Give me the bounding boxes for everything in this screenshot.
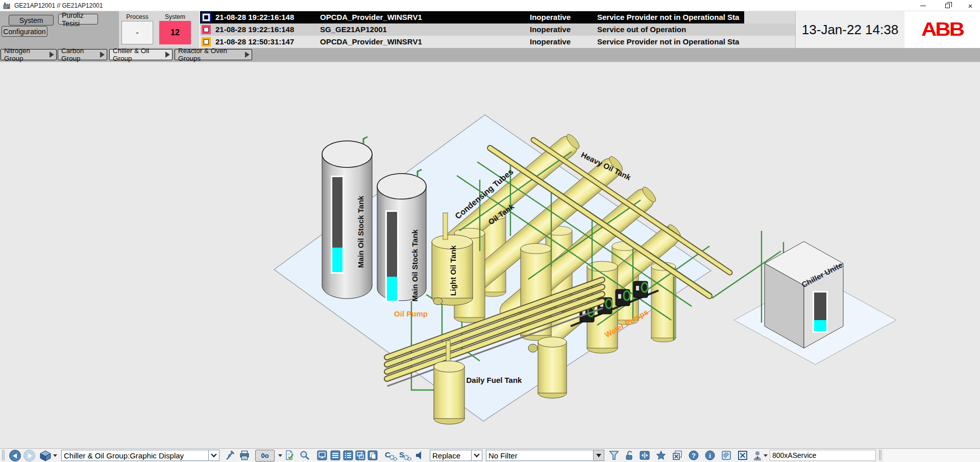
gear-c-icon[interactable]: C (384, 450, 397, 461)
alarm-priority-marker (202, 25, 211, 34)
main-oil-stock-tank-1-label: Main Oil Stock Tank (356, 196, 365, 268)
display-swap-icon[interactable] (355, 450, 366, 461)
alarm-list-icon[interactable] (330, 450, 341, 461)
alarm-state: Inoperative (530, 36, 571, 48)
display-selector[interactable]: Chiller & Oil Group:Graphic Display (61, 450, 219, 461)
pump-unit (616, 289, 630, 306)
zoom-mode-button[interactable]: 0o (255, 450, 275, 461)
tank-level-gauge (331, 176, 344, 274)
close-icon: × (968, 2, 973, 10)
filter-selector[interactable]: No Filter (486, 450, 604, 461)
tab-label: Chiller & Oil Group (113, 47, 161, 62)
alarm-message: Service out of Operation (597, 23, 686, 36)
alarm-row[interactable]: 21-08-28 12:50:31:147 OPCDA_Provider_WIN… (200, 36, 795, 48)
filter-selector-dropdown-icon[interactable] (593, 450, 604, 460)
help-icon[interactable]: ? (688, 450, 699, 461)
info-icon[interactable]: i (704, 450, 716, 461)
minimize-icon (920, 6, 926, 6)
forward-icon (28, 453, 32, 458)
alarm-ack-box (204, 27, 209, 32)
abb-logo: ABB (921, 19, 963, 40)
brand-panel: ABB (904, 11, 980, 48)
tab-chiller-oil-group[interactable]: Chiller & Oil Group (109, 49, 173, 60)
mode-selector-dropdown-icon[interactable] (471, 450, 482, 460)
unlock-icon[interactable] (624, 450, 635, 461)
close-x-icon[interactable] (737, 450, 748, 461)
process-counter-value[interactable]: - (121, 21, 153, 44)
toolbar-grip[interactable] (879, 450, 881, 460)
gear-s-icon[interactable]: S (398, 450, 411, 461)
title-bar: GE21AP12001 // GE21AP12001 × (0, 0, 980, 11)
audio-icon[interactable] (414, 450, 426, 461)
notes-icon[interactable] (721, 450, 732, 461)
datetime-display: 13-Jan-22 14:38 (795, 11, 904, 48)
alarm-source: OPCDA_Provider_WINSRV1 (320, 36, 422, 48)
close-button[interactable]: × (961, 0, 980, 11)
tab-arrow-icon (165, 52, 170, 58)
alarm-display-icon[interactable] (316, 450, 328, 461)
alarm-message: Service Provider not in Operational Sta (597, 36, 739, 48)
close-display-icon[interactable] (672, 450, 683, 461)
user-dropdown-icon[interactable] (764, 454, 768, 457)
find-icon[interactable] (299, 450, 310, 461)
display-selector-dropdown-icon[interactable] (208, 450, 219, 460)
main-oil-stock-tank-2[interactable]: Main Oil Stock Tank (377, 169, 426, 302)
filter-icon[interactable] (608, 450, 620, 461)
display-cube-dropdown-icon[interactable] (53, 454, 57, 457)
user-field[interactable]: 800xAService (770, 450, 876, 461)
pin-icon[interactable] (225, 450, 236, 461)
system-counter-badge[interactable]: 12 (159, 21, 191, 44)
tab-label: Carbon Group (61, 47, 96, 62)
alarm-source: OPCDA_Provider_WINSRV1 (320, 11, 422, 23)
alarm-time: 21-08-28 19:22:16:148 (215, 11, 294, 23)
header-left-panel: System Puroliz Tesisi Configuration (0, 11, 119, 48)
alarm-ack-box (204, 39, 209, 44)
favorites-icon[interactable] (655, 450, 667, 461)
tab-arrow-icon (245, 52, 250, 58)
event-list-icon[interactable] (342, 450, 354, 461)
system-counter-label: System (159, 13, 191, 20)
toolbar-grip[interactable] (2, 450, 5, 460)
system-button[interactable]: System (9, 15, 54, 26)
tab-reactor-oven-groups[interactable]: Reactor & Oven Groups (175, 49, 252, 60)
svg-text:S: S (399, 450, 404, 459)
header: System Puroliz Tesisi Configuration Proc… (0, 11, 980, 48)
document-display-icon[interactable] (367, 450, 378, 461)
manhole (433, 298, 443, 305)
print-icon[interactable] (239, 450, 250, 461)
restore-button[interactable] (936, 0, 959, 11)
mode-selector[interactable]: Replace (430, 450, 482, 461)
alarm-priority-marker (202, 37, 211, 46)
pump-unit (633, 281, 648, 298)
daily-fuel-tank-label: Daily Fuel Tank (467, 376, 523, 384)
user-icon[interactable] (752, 450, 763, 461)
main-oil-stock-tank-1[interactable]: Main Oil Stock Tank (322, 137, 372, 299)
back-button[interactable] (9, 450, 21, 461)
alarm-state: Inoperative (530, 23, 571, 36)
alarm-state: Inoperative (530, 11, 571, 23)
verify-document-icon[interactable] (284, 450, 295, 461)
configuration-button[interactable]: Configuration (2, 26, 47, 37)
chiller-level-gauge (813, 291, 828, 333)
zoom-mode-label: 0o (261, 452, 268, 459)
alarm-counters-panel: Process System - 12 (119, 11, 199, 48)
alarm-row[interactable]: 21-08-28 19:22:16:148 SG_GE21AP12001 Ino… (200, 23, 795, 36)
alarm-time: 21-08-28 19:22:16:148 (215, 23, 294, 36)
svg-text:?: ? (692, 452, 696, 459)
user-name: 800xAService (772, 451, 816, 459)
alarm-priority-marker (202, 13, 211, 22)
bottom-toolbar: Chiller & Oil Group:Graphic Display 0o (0, 448, 980, 462)
oil-pump-label: Oil Pump (394, 309, 428, 318)
tab-carbon-group[interactable]: Carbon Group (58, 49, 107, 60)
split-view-icon[interactable] (639, 450, 650, 461)
minimize-button[interactable] (912, 0, 934, 11)
alarm-ack-box (204, 15, 209, 20)
alarm-row[interactable]: 21-08-28 19:22:16:148 OPCDA_Provider_WIN… (200, 11, 795, 23)
plant-button[interactable]: Puroliz Tesisi (58, 14, 98, 25)
zoom-mode-dropdown-icon[interactable] (278, 454, 282, 457)
filter-selector-value: No Filter (486, 451, 593, 460)
display-cube-icon[interactable] (39, 450, 52, 461)
chiller-unit[interactable]: Chiller Unite (765, 241, 844, 348)
forward-button[interactable] (23, 450, 35, 461)
tab-nitrogen-group[interactable]: Nitrogen Group (1, 49, 57, 60)
